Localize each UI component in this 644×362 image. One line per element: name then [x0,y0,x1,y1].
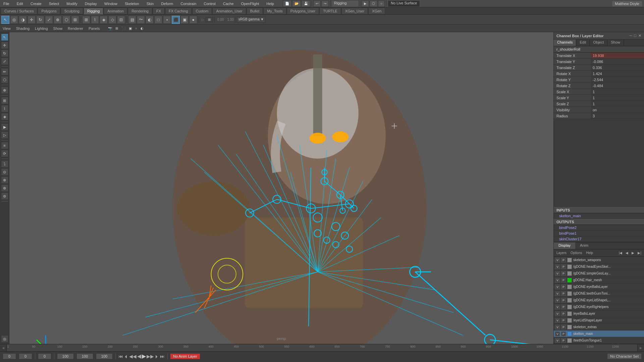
tab-custom[interactable]: Custom [192,8,212,14]
cb-tab-show[interactable]: Show [607,40,624,46]
scale-tool-btn[interactable]: ⤢ [45,16,53,24]
layer-p-btn-6[interactable]: P [561,298,566,303]
layer-row-8[interactable]: VP/eyeBallsLayer [554,310,644,317]
universal-manip-btn[interactable]: ⊕ [54,16,62,24]
layer-p-btn-1[interactable]: P [561,264,566,269]
select-lt-btn[interactable]: ↖ [1,34,8,41]
layer-v-btn-2[interactable]: V [555,271,560,276]
channel-value-2[interactable]: 0.336 [591,65,644,70]
cb-tab-object[interactable]: Object [590,40,607,46]
menu-item-edit[interactable]: Edit [15,1,24,6]
layer-p-btn-11[interactable]: P [561,331,566,336]
channel-row-0[interactable]: Translate X19.938 [554,53,644,59]
tab-fx-caching[interactable]: FX Caching [165,8,192,14]
output-skincluster17[interactable]: skinCluster17 [554,236,644,242]
layer-p-btn-10[interactable]: P [561,325,566,329]
channel-value-4[interactable]: -2.544 [591,77,644,82]
layer-scroll-start-btn[interactable]: |◀ [618,250,624,255]
renderer-menu[interactable]: Renderer [66,26,85,31]
misc-lt-btn[interactable]: ◎ [1,335,8,343]
layer-v-btn-6[interactable]: V [555,298,560,303]
layer-p-btn-4[interactable]: P [561,285,566,289]
new-scene-btn[interactable]: 📄 [283,0,291,7]
deform-lt-btn[interactable]: ⤵ [1,160,8,168]
select-tool-btn[interactable]: ↖ [1,16,9,24]
help-menu[interactable]: Help [585,250,594,255]
snap-curve-btn[interactable]: ⌇ [91,16,99,24]
timeline-area[interactable]: ◀ 15010015020025030035040045050055060065… [0,344,644,351]
layer-v-btn-11[interactable]: V [555,331,560,336]
output-bindpose2[interactable]: bindPose2 [554,225,644,231]
channel-row-1[interactable]: Translate Y-0.086 [554,59,644,65]
rotate-tool-btn[interactable]: ↻ [36,16,44,24]
show-menu[interactable]: Show [52,26,64,31]
layer-v-btn-9[interactable]: V [555,318,560,323]
menu-item-cache[interactable]: Cache [222,1,235,6]
layer-scroll-next-btn[interactable]: ▶ [630,250,636,255]
output-bindpose1[interactable]: bindPose1 [554,231,644,236]
layer-row-1[interactable]: VP/gDONE:headEyesSkel... [554,263,644,270]
menu-item-display[interactable]: Display [84,1,98,6]
show-manip-btn[interactable]: ⊞ [71,16,79,24]
channel-row-2[interactable]: Translate Z0.336 [554,65,644,71]
channel-value-0[interactable]: 19.938 [591,53,644,58]
gamma-select[interactable]: sRGB gamma ▼ [237,17,265,23]
silhouette-btn[interactable]: ◐ [146,16,154,24]
save-scene-btn[interactable]: 💾 [302,0,310,7]
snap-grid-btn[interactable]: ⊞ [82,16,90,24]
object-btn[interactable]: ○ [378,0,385,7]
layer-row-0[interactable]: VPskeleton_weapons [554,257,644,263]
layer-v-btn-4[interactable]: V [555,285,560,289]
menu-lt-btn[interactable]: ≡ [1,142,8,149]
live-surface-btn[interactable]: No Live Surface [388,0,420,7]
layer-scroll-end-btn[interactable]: ▶| [636,250,643,255]
layer-row-11[interactable]: VPskelton_main [554,330,644,337]
layer-v-btn-1[interactable]: V [555,264,560,269]
layer-p-btn-9[interactable]: P [561,318,566,323]
snap-surface-btn[interactable]: ◇ [108,16,116,24]
layer-row-3[interactable]: VPgDONE:Hair_mesh [554,277,644,284]
channel-row-6[interactable]: Scale X1 [554,89,644,95]
layer-p-btn-0[interactable]: P [561,258,566,262]
layer-row-12[interactable]: VP/teethGumTongue1 [554,337,644,344]
menu-item-openflight[interactable]: OpenFlight [240,1,261,6]
isolate-select-btn[interactable]: ◐ [139,25,145,32]
anim-layer-btn[interactable]: No Anim Layer [170,354,200,359]
menu-item-create[interactable]: Create [29,1,43,6]
channel-value-7[interactable]: 1 [591,95,644,101]
wireframe-on-shaded-btn[interactable]: ▣ [127,25,133,32]
layer-row-4[interactable]: VP/gDONE:eyeBallsLayer [554,284,644,290]
next-frame-btn[interactable]: ⏵ [155,354,159,359]
tab-my-tools[interactable]: My_Tools [263,8,286,14]
tab-rigging[interactable]: Rigging [84,8,103,14]
cb-tab-channels[interactable]: Channels [554,40,576,46]
menu-item-skeleton[interactable]: Skeleton [123,1,141,6]
curve-lt-btn[interactable]: ⌇ [1,105,8,112]
cb-close-btn[interactable]: ✕ [638,34,641,38]
play-fwd-btn[interactable]: ▶ [142,353,146,359]
soft-mod-btn[interactable]: ⬡ [62,16,70,24]
undo-btn[interactable]: ↩ [313,0,321,7]
show-manip-lt-btn[interactable]: ⊕ [1,86,8,94]
redo-btn[interactable]: ↪ [321,0,329,7]
channel-value-8[interactable]: 1 [591,101,644,107]
panels-menu[interactable]: Panels [87,26,101,31]
da-tab-anim[interactable]: Anim [575,242,593,249]
menu-item-file[interactable]: File [2,1,11,6]
tab-turtle[interactable]: TURTLE [319,8,341,14]
paint-select-btn[interactable]: ◑ [19,16,27,24]
prev-key-btn[interactable]: ◀◀ [129,354,137,359]
range-start-input[interactable] [57,353,74,359]
channel-value-3[interactable]: 1.424 [591,71,644,76]
channel-value-5[interactable]: -0.484 [591,83,644,88]
menu-item-window[interactable]: Window [103,1,119,6]
display-btn[interactable]: ▪ [163,16,171,24]
move-lt-btn[interactable]: ✛ [1,42,8,49]
range-end-input[interactable] [76,353,93,359]
channel-row-7[interactable]: Scale Y1 [554,95,644,101]
smooth-shade-btn[interactable]: ● [189,16,197,24]
menu-item-select[interactable]: Select [48,1,61,6]
snap-point-btn[interactable]: ◈ [100,16,108,24]
channel-row-3[interactable]: Rotate X1.424 [554,71,644,77]
menu-item-deform[interactable]: Deform [160,1,174,6]
